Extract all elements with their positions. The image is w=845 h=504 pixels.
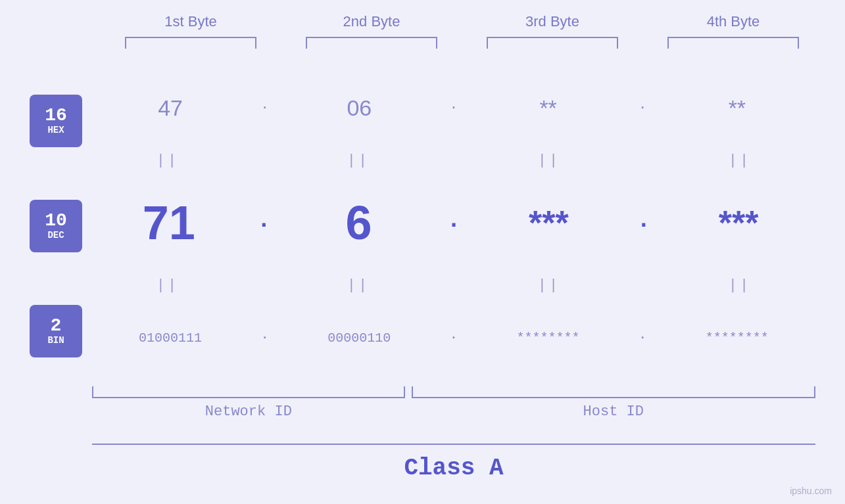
dec-b4: *** — [673, 203, 804, 242]
badge-hex-number: 16 — [45, 106, 67, 125]
eq1-b1: || — [102, 152, 233, 169]
dec-b2: 6 — [293, 196, 425, 250]
bracket-3 — [487, 37, 618, 49]
eq1-b4: || — [674, 152, 806, 169]
equals-row-1: || || || || — [92, 147, 815, 173]
watermark: ipshu.com — [790, 486, 832, 496]
badge-dec: 10 DEC — [30, 200, 82, 252]
bracket-row — [101, 37, 824, 49]
bin-b3: ******** — [483, 331, 614, 346]
dec-dot-2: . — [447, 207, 461, 239]
bin-dot-2: . — [450, 329, 458, 347]
bracket-1 — [125, 37, 256, 49]
badge-hex: 16 HEX — [30, 95, 82, 147]
hex-b1: 47 — [105, 95, 236, 121]
hex-row: 47 . 06 . ** . ** — [92, 68, 815, 147]
hex-dot-3: . — [639, 99, 646, 117]
host-id-label: Host ID — [412, 403, 815, 420]
eq2-b3: || — [483, 277, 615, 294]
hex-b3: ** — [483, 95, 614, 121]
class-section: Class A — [92, 444, 815, 482]
hex-dot-1: . — [261, 99, 268, 117]
badge-dec-number: 10 — [45, 212, 67, 230]
eq2-b4: || — [674, 277, 806, 294]
eq2-b1: || — [102, 277, 233, 294]
bin-dot-3: . — [639, 329, 646, 347]
bin-row: 01000111 . 00000110 . ******** . — [92, 298, 815, 377]
badge-bin: 2 BIN — [30, 305, 82, 357]
dec-b1: 71 — [103, 196, 235, 250]
network-bracket — [92, 386, 405, 398]
byte-label-4: 4th Byte — [661, 13, 806, 30]
class-label: Class A — [92, 455, 815, 482]
main-container: 1st Byte 2nd Byte 3rd Byte 4th Byte 16 H… — [0, 0, 845, 504]
badge-bin-number: 2 — [51, 317, 62, 335]
hex-b4: ** — [671, 95, 803, 121]
eq2-b2: || — [293, 277, 424, 294]
hex-b2: 06 — [293, 95, 425, 121]
bin-b4: ******** — [671, 331, 803, 346]
network-id-label: Network ID — [92, 403, 405, 420]
badge-hex-label: HEX — [47, 125, 64, 135]
badges-column: 16 HEX 10 DEC 2 BIN — [0, 68, 92, 384]
hex-dot-2: . — [450, 99, 458, 117]
bracket-2 — [306, 37, 437, 49]
byte-label-2: 2nd Byte — [299, 13, 444, 30]
eq1-b3: || — [483, 152, 615, 169]
eq1-b2: || — [293, 152, 424, 169]
class-line — [92, 444, 815, 445]
bottom-brackets — [92, 386, 815, 398]
dec-dot-3: . — [637, 207, 651, 239]
equals-row-2: || || || || — [92, 272, 815, 298]
byte-headers: 1st Byte 2nd Byte 3rd Byte 4th Byte — [101, 13, 824, 30]
bin-b2: 00000110 — [293, 331, 425, 346]
dec-b3: *** — [483, 203, 614, 242]
byte-label-1: 1st Byte — [118, 13, 263, 30]
badge-dec-label: DEC — [47, 230, 64, 241]
bottom-labels: Network ID Host ID — [92, 403, 815, 420]
badge-bin-label: BIN — [47, 335, 64, 346]
byte-label-3: 3rd Byte — [480, 13, 625, 30]
bin-b1: 01000111 — [105, 331, 236, 346]
bracket-4 — [667, 37, 799, 49]
dec-dot-1: . — [256, 207, 271, 239]
bin-dot-1: . — [261, 329, 268, 347]
host-bracket — [412, 386, 815, 398]
dec-row: 71 . 6 . *** . *** — [92, 173, 815, 272]
